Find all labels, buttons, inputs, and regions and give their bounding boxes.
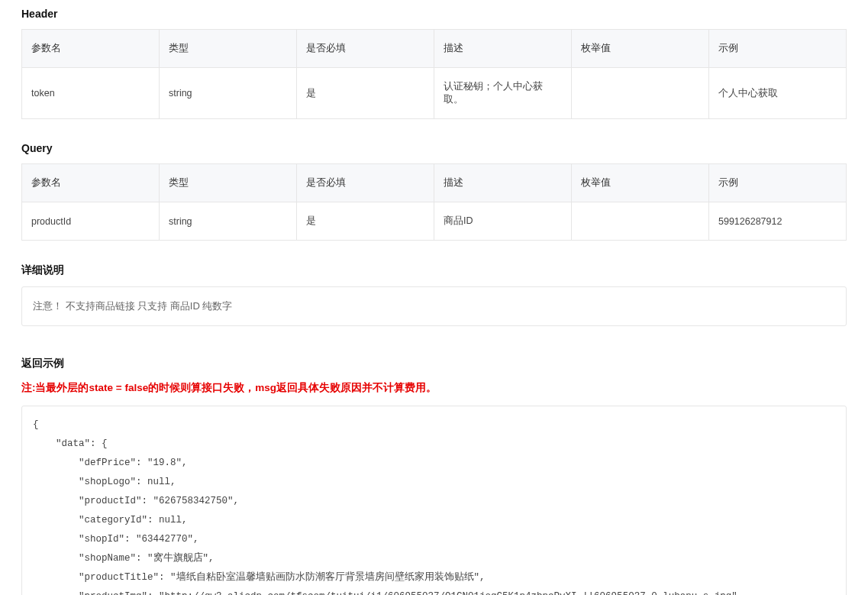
th-required: 是否必填 — [297, 164, 434, 202]
cell-type: string — [160, 202, 297, 241]
th-required: 是否必填 — [297, 30, 434, 68]
th-example: 示例 — [709, 30, 847, 68]
cell-example: 599126287912 — [709, 202, 847, 241]
detail-section-title: 详细说明 — [21, 264, 847, 277]
th-enum: 枚举值 — [572, 164, 709, 202]
th-type: 类型 — [160, 30, 297, 68]
cell-name: token — [22, 68, 160, 119]
query-section-title: Query — [21, 142, 847, 154]
table-row: token string 是 认证秘钥；个人中心获取。 个人中心获取 — [22, 68, 847, 119]
cell-desc: 商品ID — [434, 202, 572, 241]
header-section-title: Header — [21, 8, 847, 20]
code-sample-box: { "data": { "defPrice": "19.8", "shopLog… — [21, 406, 847, 595]
th-param-name: 参数名 — [22, 30, 160, 68]
cell-name: productId — [22, 202, 160, 241]
table-row: productId string 是 商品ID 599126287912 — [22, 202, 847, 241]
cell-type: string — [160, 68, 297, 119]
th-desc: 描述 — [434, 164, 572, 202]
header-params-table: 参数名 类型 是否必填 描述 枚举值 示例 token string 是 认证秘… — [21, 29, 847, 119]
cell-required: 是 — [297, 68, 434, 119]
th-param-name: 参数名 — [22, 164, 160, 202]
cell-desc: 认证秘钥；个人中心获取。 — [434, 68, 572, 119]
cell-enum — [572, 202, 709, 241]
th-type: 类型 — [160, 164, 297, 202]
cell-required: 是 — [297, 202, 434, 241]
th-example: 示例 — [709, 164, 847, 202]
cell-enum — [572, 68, 709, 119]
th-enum: 枚举值 — [572, 30, 709, 68]
th-desc: 描述 — [434, 30, 572, 68]
return-section-title: 返回示例 — [21, 357, 847, 370]
cell-example: 个人中心获取 — [709, 68, 847, 119]
query-params-table: 参数名 类型 是否必填 描述 枚举值 示例 productId string 是… — [21, 163, 847, 241]
warning-text: 注:当最外层的state = false的时候则算接口失败，msg返回具体失败原… — [21, 381, 847, 395]
detail-note-box: 注意！ 不支持商品链接 只支持 商品ID 纯数字 — [21, 286, 847, 326]
